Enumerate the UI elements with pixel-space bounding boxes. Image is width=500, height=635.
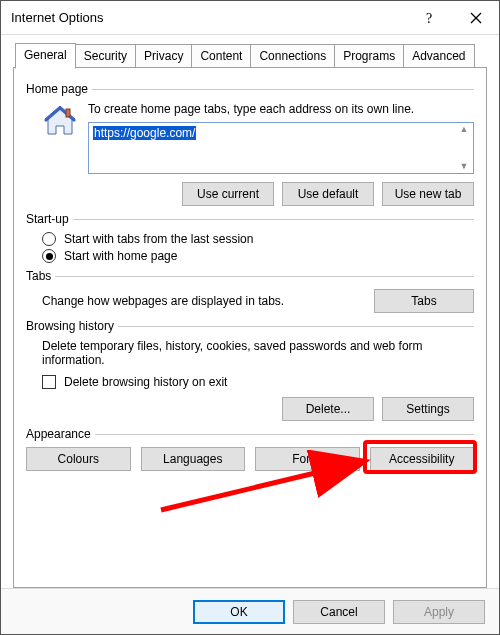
cancel-button[interactable]: Cancel — [293, 600, 385, 624]
titlebar: Internet Options ? — [1, 1, 499, 35]
radio-start-last-session[interactable]: Start with tabs from the last session — [42, 232, 474, 246]
divider — [118, 326, 474, 327]
home-page-url-value: https://google.com/ — [93, 126, 196, 140]
group-label: Home page — [26, 82, 92, 96]
tab-privacy[interactable]: Privacy — [135, 44, 192, 68]
colours-button[interactable]: Colours — [26, 447, 131, 471]
tab-programs[interactable]: Programs — [334, 44, 404, 68]
apply-button[interactable]: Apply — [393, 600, 485, 624]
group-appearance: Appearance Colours Languages Fonts Acces… — [26, 427, 474, 471]
close-icon[interactable] — [453, 2, 499, 34]
delete-on-exit-checkbox[interactable]: Delete browsing history on exit — [42, 375, 474, 389]
use-new-tab-button[interactable]: Use new tab — [382, 182, 474, 206]
tab-general[interactable]: General — [15, 43, 76, 69]
use-current-button[interactable]: Use current — [182, 182, 274, 206]
group-label: Tabs — [26, 269, 55, 283]
radio-label: Start with tabs from the last session — [64, 232, 253, 246]
group-home-page: Home page To create home p — [26, 82, 474, 206]
group-label: Browsing history — [26, 319, 118, 333]
divider — [95, 434, 474, 435]
tabs-button[interactable]: Tabs — [374, 289, 474, 313]
radio-icon — [42, 249, 56, 263]
accessibility-button[interactable]: Accessibility — [370, 447, 475, 471]
scroll-up-icon[interactable]: ▲ — [460, 125, 469, 134]
textarea-scrollbar[interactable]: ▲ ▼ — [455, 123, 473, 173]
divider — [73, 219, 474, 220]
divider — [55, 276, 474, 277]
settings-button[interactable]: Settings — [382, 397, 474, 421]
checkbox-label: Delete browsing history on exit — [64, 375, 227, 389]
divider — [92, 89, 474, 90]
svg-rect-5 — [66, 109, 70, 117]
client-area: General Security Privacy Content Connect… — [1, 35, 499, 588]
internet-options-dialog: Internet Options ? General Security Priv… — [0, 0, 500, 635]
tab-strip: General Security Privacy Content Connect… — [13, 43, 487, 68]
tab-connections[interactable]: Connections — [250, 44, 335, 68]
tab-security[interactable]: Security — [75, 44, 136, 68]
tabs-description: Change how webpages are displayed in tab… — [42, 294, 364, 308]
group-browsing-history: Browsing history Delete temporary files,… — [26, 319, 474, 421]
home-page-url-input[interactable]: https://google.com/ ▲ ▼ — [88, 122, 474, 174]
checkbox-icon — [42, 375, 56, 389]
radio-icon — [42, 232, 56, 246]
group-startup: Start-up Start with tabs from the last s… — [26, 212, 474, 263]
group-label: Appearance — [26, 427, 95, 441]
fonts-button[interactable]: Fonts — [255, 447, 360, 471]
group-label: Start-up — [26, 212, 73, 226]
delete-button[interactable]: Delete... — [282, 397, 374, 421]
scroll-down-icon[interactable]: ▼ — [460, 162, 469, 171]
window-title: Internet Options — [11, 10, 407, 25]
languages-button[interactable]: Languages — [141, 447, 246, 471]
group-tabs: Tabs Change how webpages are displayed i… — [26, 269, 474, 313]
home-page-instruction: To create home page tabs, type each addr… — [88, 102, 474, 116]
tab-panel-general: Home page To create home p — [13, 67, 487, 588]
tab-content[interactable]: Content — [191, 44, 251, 68]
use-default-button[interactable]: Use default — [282, 182, 374, 206]
ok-button[interactable]: OK — [193, 600, 285, 624]
radio-start-home-page[interactable]: Start with home page — [42, 249, 474, 263]
svg-text:?: ? — [426, 11, 432, 25]
help-icon[interactable]: ? — [407, 2, 453, 34]
radio-label: Start with home page — [64, 249, 177, 263]
house-icon — [42, 104, 78, 138]
history-description: Delete temporary files, history, cookies… — [42, 339, 474, 367]
tab-advanced[interactable]: Advanced — [403, 44, 474, 68]
dialog-footer: OK Cancel Apply — [1, 588, 499, 634]
